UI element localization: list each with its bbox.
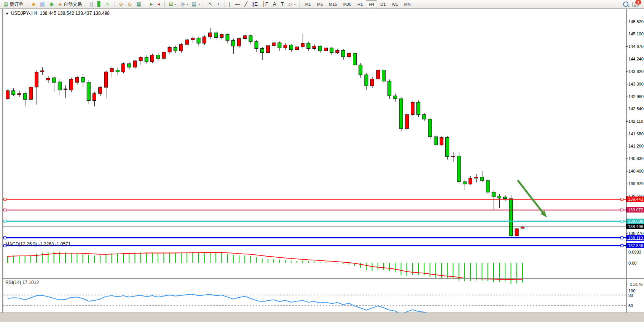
market-watch-icon: ◆ <box>32 0 35 8</box>
trend-arrow[interactable] <box>518 180 543 213</box>
text-label-button[interactable]: T <box>279 0 287 8</box>
text-button[interactable]: A <box>271 0 279 8</box>
resistance-line-1-handle[interactable] <box>4 198 6 200</box>
pivot-line-handle[interactable] <box>621 220 623 222</box>
candle-body-bear <box>87 82 90 100</box>
window-bottom-edge <box>0 312 644 322</box>
toolbar-separator <box>204 1 204 7</box>
support-line-1-handle[interactable] <box>621 237 623 239</box>
channel-button[interactable]: ∥E <box>250 0 260 8</box>
candle-body-bear <box>330 48 333 52</box>
candle-body-bear <box>509 199 513 236</box>
templates-button[interactable]: ▤▾ <box>190 0 202 8</box>
candle-body-bull <box>220 35 223 38</box>
timeframe-button-m30[interactable]: M30 <box>340 0 354 8</box>
shapes-button[interactable]: ◇▾ <box>287 0 298 8</box>
candle-body-bear <box>434 137 437 145</box>
dropdown-caret-icon[interactable]: ▾ <box>198 3 200 6</box>
price-chart-canvas[interactable] <box>3 18 626 249</box>
candle-body-bull <box>336 50 339 52</box>
candle-body-bear <box>428 119 432 137</box>
candle-body-bear <box>399 99 403 128</box>
timeframe-button-m5[interactable]: M5 <box>314 0 326 8</box>
vertical-line-button[interactable]: | <box>227 0 233 8</box>
toolbar-separator <box>164 1 165 7</box>
chart-window[interactable]: ▼USDJPY-,H4 138.445 138.542 138.437 138.… <box>0 9 644 322</box>
candle-body-bear <box>422 114 426 119</box>
candle-body-bull <box>168 48 171 52</box>
candle-body-bear <box>457 156 461 182</box>
candle-body-bull <box>202 37 206 43</box>
notification-badge: 1 <box>635 0 641 5</box>
rsi-axis-label: 100 <box>628 289 644 293</box>
support-line-2-handle[interactable] <box>621 244 623 247</box>
zoom-in-button[interactable]: ⊕ <box>117 0 126 8</box>
market-watch-button[interactable]: ◆ <box>30 0 38 8</box>
timeframe-button-mn[interactable]: MN <box>401 0 414 8</box>
fibonacci-button[interactable]: ┆F <box>260 0 271 8</box>
auto-scroll-button[interactable]: ◂ <box>155 0 163 8</box>
line-chart-button[interactable]: ∿ <box>104 0 113 8</box>
support-line-1-handle[interactable] <box>4 237 6 239</box>
candle-body-bull <box>515 229 518 236</box>
candle-body-bull <box>99 87 102 94</box>
dropdown-caret-icon[interactable]: ▾ <box>294 3 296 6</box>
search-icon[interactable] <box>623 2 628 7</box>
resistance-line-2-handle[interactable] <box>621 209 623 211</box>
autotrading-icon: ◈ <box>58 0 62 8</box>
timeframe-button-h4[interactable]: H4 <box>366 0 377 8</box>
toolbar-group: ⊞▾◷▾▤▾ <box>167 0 202 8</box>
vertical-line-icon: | <box>229 0 230 8</box>
macd-panel-splitter[interactable] <box>3 240 644 240</box>
timeframe-button-h1[interactable]: H1 <box>354 0 366 8</box>
horizontal-line-button[interactable]: — <box>233 0 242 8</box>
dropdown-caret-icon[interactable]: ▾ <box>187 3 188 6</box>
trendline-button[interactable]: ╱ <box>242 0 250 8</box>
timeframe-button-d1[interactable]: D1 <box>377 0 389 8</box>
chart-ohlc-readout: 138.445 138.542 138.437 138.498 <box>40 11 110 16</box>
timeframe-button-m1[interactable]: M1 <box>302 0 314 8</box>
navigator-button[interactable]: ◉ <box>48 0 56 8</box>
resistance-line-1-handle[interactable] <box>621 198 623 200</box>
candle-body-bear <box>388 81 391 96</box>
candle-body-bull <box>243 36 247 39</box>
macd-signal-line <box>8 252 523 280</box>
zoom-out-button[interactable]: ⊖ <box>126 0 135 8</box>
indicators-button[interactable]: ⊞▾ <box>167 0 179 8</box>
data-window-button[interactable]: ▥ <box>38 0 47 8</box>
candle-body-bear <box>417 102 420 114</box>
template-icon: ▤ <box>192 0 196 8</box>
resistance-line-2-handle[interactable] <box>4 209 6 211</box>
chart-expand-icon[interactable]: ▼ <box>5 12 9 16</box>
candle-body-bear <box>128 64 131 67</box>
tile-windows-button[interactable]: ▦ <box>134 0 143 8</box>
macd-indicator-canvas[interactable] <box>3 250 626 287</box>
candle-body-bear <box>226 35 229 40</box>
price-tick-label: 144.670 <box>628 44 644 49</box>
macd-axis-label: 0.00 <box>628 261 644 265</box>
candle-body-bull <box>284 45 287 48</box>
new-order-button[interactable]: ▤新订单 <box>2 0 25 8</box>
crosshair-button[interactable]: + <box>215 0 223 8</box>
bar-chart-button[interactable]: || <box>88 0 96 8</box>
pivot-line-handle[interactable] <box>4 220 6 222</box>
price-tick-label: 142.960 <box>628 94 644 99</box>
periods-button[interactable]: ◷▾ <box>179 0 190 8</box>
timeframe-button-w1[interactable]: W1 <box>389 0 401 8</box>
price-tick-label: 139.970 <box>628 181 644 186</box>
toolbar-separator <box>146 1 147 7</box>
cursor-button[interactable]: ↖ <box>206 0 215 8</box>
candle-body-bear <box>498 196 501 198</box>
timeframe-button-m15[interactable]: M15 <box>326 0 340 8</box>
candle-body-bull <box>104 72 108 87</box>
chat-notifications-button[interactable]: 1 <box>632 2 639 7</box>
price-tick-label: 145.520 <box>628 19 644 24</box>
rsi-panel-splitter[interactable] <box>3 278 644 279</box>
candlestick-chart-button[interactable]: ▊ <box>96 0 104 8</box>
candle-body-bear <box>58 82 61 90</box>
chart-shift-button[interactable]: ▸ <box>148 0 156 8</box>
autotrading-button[interactable]: ◈自动交易 <box>56 0 84 8</box>
dropdown-caret-icon[interactable]: ▾ <box>175 3 177 6</box>
candle-body-bull <box>440 137 443 145</box>
toolbar-separator <box>115 1 115 7</box>
